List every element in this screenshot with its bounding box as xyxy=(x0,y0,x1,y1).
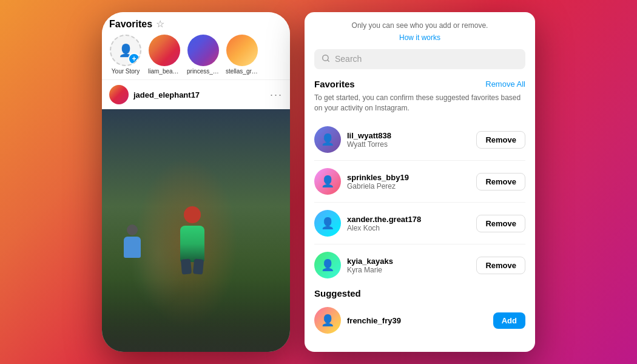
stories-bar: Favorites ☆ 👤 Your Story liam_bean... pr… xyxy=(102,12,290,80)
favorite-username-4: kyia_kayaks xyxy=(347,257,470,266)
suggested-section-title: Suggested xyxy=(314,288,361,298)
favorite-avatar-1: 👤 xyxy=(314,126,341,153)
search-icon xyxy=(322,54,330,64)
search-bar[interactable]: Search xyxy=(314,49,525,69)
suggested-face-1: 👤 xyxy=(314,307,341,334)
road-overlay xyxy=(102,279,290,352)
phone-mockup: Favorites ☆ 👤 Your Story liam_bean... pr… xyxy=(102,12,290,352)
favorite-realname-2: Gabriela Perez xyxy=(347,182,470,190)
suggested-avatar-1: 👤 xyxy=(314,307,341,334)
favorite-username-2: sprinkles_bby19 xyxy=(347,173,470,182)
story-item-3[interactable]: stellas_gr0... xyxy=(226,35,258,75)
post-username: jaded_elephant17 xyxy=(133,90,265,99)
favorites-section-header: Favorites Remove All xyxy=(314,79,525,89)
suggested-username-1: frenchie_fry39 xyxy=(347,316,487,325)
favorite-user-info-4: kyia_kayaks Kyra Marie xyxy=(347,257,470,274)
right-panel: Only you can see who you add or remove. … xyxy=(305,12,535,352)
suggested-user-row-1: 👤 frenchie_fry39 Add xyxy=(314,302,525,339)
favorite-username-1: lil_wyatt838 xyxy=(347,131,470,140)
remove-button-4[interactable]: Remove xyxy=(476,257,525,274)
post-image xyxy=(102,109,290,352)
favorite-user-info-3: xander.the.great178 Alex Koch xyxy=(347,215,470,232)
cyclist-head xyxy=(127,224,138,235)
story-item-your[interactable]: 👤 Your Story xyxy=(109,35,142,75)
favorite-avatar-3: 👤 xyxy=(314,210,341,237)
cyclist-figure xyxy=(117,224,147,279)
story-label-2: princess_p... xyxy=(187,68,220,75)
search-placeholder-text: Search xyxy=(335,54,362,64)
story-avatar-1[interactable] xyxy=(149,35,180,66)
remove-button-2[interactable]: Remove xyxy=(476,173,525,190)
avatar-face-2: 👤 xyxy=(314,168,341,195)
post-header: jaded_elephant17 ··· xyxy=(102,80,290,109)
story-avatars-row: 👤 Your Story liam_bean... princess_p... … xyxy=(109,35,283,75)
favorites-description: To get started, you can confirm these su… xyxy=(314,93,525,113)
story-item-1[interactable]: liam_bean... xyxy=(148,35,181,75)
your-story-label: Your Story xyxy=(112,68,140,75)
person-head xyxy=(184,206,201,223)
favorite-user-row-4: 👤 kyia_kayaks Kyra Marie Remove xyxy=(314,247,525,283)
favorite-realname-4: Kyra Marie xyxy=(347,266,470,274)
favorite-username-3: xander.the.great178 xyxy=(347,215,470,224)
favorite-user-info-1: lil_wyatt838 Wyatt Torres xyxy=(347,131,470,149)
story-avatar-3[interactable] xyxy=(226,35,258,66)
divider-3 xyxy=(314,244,525,244)
avatar-face-1: 👤 xyxy=(314,126,341,153)
divider-1 xyxy=(314,160,525,161)
add-button-1[interactable]: Add xyxy=(493,312,525,329)
star-icon: ☆ xyxy=(156,18,164,30)
post-avatar xyxy=(109,85,129,104)
favorite-user-row-2: 👤 sprinkles_bby19 Gabriela Perez Remove xyxy=(314,163,525,200)
story-label-1: liam_bean... xyxy=(148,68,181,75)
favorite-avatar-2: 👤 xyxy=(314,168,341,195)
your-story-avatar[interactable]: 👤 xyxy=(110,35,141,66)
favorite-user-row-3: 👤 xander.the.great178 Alex Koch Remove xyxy=(314,205,525,241)
favorite-realname-1: Wyatt Torres xyxy=(347,140,470,149)
favorites-header: Favorites ☆ xyxy=(109,18,283,30)
svg-line-1 xyxy=(328,60,329,62)
favorite-user-row-1: 👤 lil_wyatt838 Wyatt Torres Remove xyxy=(314,121,525,158)
story-avatar-2[interactable] xyxy=(187,35,219,66)
panel-content: Only you can see who you add or remove. … xyxy=(305,12,535,352)
suggested-section: Suggested 👤 frenchie_fry39 Add xyxy=(314,288,525,339)
person-body xyxy=(180,226,204,262)
favorite-realname-3: Alex Koch xyxy=(347,224,470,232)
post-more-icon[interactable]: ··· xyxy=(270,89,283,101)
divider-2 xyxy=(314,202,525,203)
favorites-section-title: Favorites xyxy=(314,79,355,89)
scooter-person xyxy=(168,206,217,291)
how-it-works-link[interactable]: How it works xyxy=(314,33,525,42)
remove-button-1[interactable]: Remove xyxy=(476,131,525,149)
cyclist-body xyxy=(124,237,141,258)
remove-button-3[interactable]: Remove xyxy=(476,215,525,232)
favorites-bar-title: Favorites xyxy=(109,19,152,30)
avatar-face-4: 👤 xyxy=(314,252,341,278)
suggested-section-header: Suggested xyxy=(314,288,525,298)
info-text: Only you can see who you add or remove. xyxy=(314,21,525,31)
suggested-user-info-1: frenchie_fry39 xyxy=(347,316,487,325)
avatar-face-3: 👤 xyxy=(314,210,341,237)
remove-all-button[interactable]: Remove All xyxy=(485,79,525,89)
favorite-avatar-4: 👤 xyxy=(314,252,341,278)
story-item-2[interactable]: princess_p... xyxy=(187,35,220,75)
story-label-3: stellas_gr0... xyxy=(226,68,258,75)
favorite-user-info-2: sprinkles_bby19 Gabriela Perez xyxy=(347,173,470,190)
